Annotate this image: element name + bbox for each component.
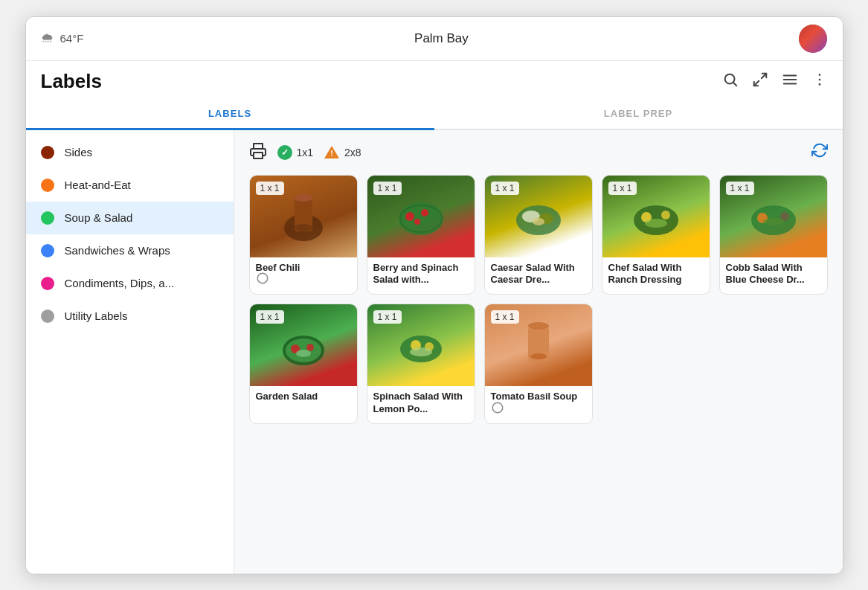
- dot-heat-and-eat: [41, 179, 54, 192]
- temperature-label: 64°F: [60, 32, 84, 45]
- sidebar-label-sandwiches: Sandwiches & Wraps: [65, 244, 170, 257]
- list-item[interactable]: 1 x 1 Cobb Salad With Blue Cheese Dr...: [719, 175, 828, 295]
- badge-2x8-label: 2x8: [344, 147, 361, 158]
- card-badge: 1 x 1: [373, 182, 402, 195]
- list-item[interactable]: 1 x 1 Garden Salad: [249, 304, 358, 424]
- list-item[interactable]: 1 x 1 Chef Salad With Ranch Dressing: [602, 175, 710, 295]
- card-badge: 1 x 1: [491, 182, 519, 195]
- svg-point-7: [818, 74, 820, 76]
- card-badge: 1 x 1: [256, 182, 284, 195]
- sidebar-item-heat-and-eat[interactable]: Heat-and-Eat: [26, 169, 234, 202]
- svg-point-42: [296, 350, 311, 357]
- card-label: Berry and Spinach Salad with...: [367, 257, 475, 289]
- list-item[interactable]: 1 x 1 Beef Chili: [249, 175, 358, 295]
- card-label: Caesar Salad With Caesar Dre...: [485, 257, 592, 289]
- svg-point-23: [421, 209, 428, 217]
- refresh-icon[interactable]: [811, 142, 828, 162]
- filter-bar: ✓ 1x1 ! 2x8: [249, 142, 828, 163]
- badge-1x1-label: 1x1: [297, 147, 314, 158]
- svg-point-41: [306, 344, 314, 351]
- sidebar-item-utility-labels[interactable]: Utility Labels: [26, 300, 234, 333]
- sidebar-item-condiments[interactable]: Condiments, Dips, a...: [26, 267, 234, 300]
- items-grid: 1 x 1 Beef Chili: [249, 175, 828, 425]
- dot-sandwiches: [41, 244, 54, 257]
- app-container: 🌧 64°F Palm Bay Labels: [25, 16, 843, 574]
- svg-point-49: [530, 353, 547, 359]
- svg-rect-10: [254, 153, 263, 158]
- sidebar-label-heat-and-eat: Heat-and-Eat: [65, 179, 131, 191]
- svg-point-8: [818, 78, 820, 80]
- svg-point-24: [414, 219, 420, 225]
- dot-soup-salad: [41, 211, 54, 225]
- tab-label-prep[interactable]: LABEL PREP: [434, 99, 843, 130]
- badge-1x1[interactable]: ✓ 1x1: [277, 145, 314, 160]
- card-badge: 1 x 1: [608, 182, 637, 195]
- top-bar: 🌧 64°F Palm Bay: [26, 17, 843, 61]
- svg-point-9: [818, 83, 820, 86]
- card-badge: 1 x 1: [256, 310, 284, 324]
- avatar[interactable]: [799, 25, 827, 53]
- card-badge: 1 x 1: [373, 310, 402, 324]
- weather-section: 🌧 64°F: [41, 31, 84, 46]
- dot-sides: [41, 146, 54, 159]
- card-label: Chef Salad With Ranch Dressing: [602, 257, 710, 289]
- sidebar-item-soup-salad[interactable]: Soup & Salad: [26, 202, 234, 234]
- svg-point-46: [410, 347, 432, 356]
- expand-icon[interactable]: [752, 71, 768, 92]
- menu-icon[interactable]: [256, 272, 269, 288]
- header-icons: [722, 71, 828, 92]
- sidebar-item-sides[interactable]: Sides: [26, 136, 234, 169]
- svg-point-29: [533, 218, 544, 225]
- svg-line-1: [733, 83, 736, 86]
- tab-labels[interactable]: LABELS: [26, 99, 434, 130]
- page-title: Labels: [41, 70, 102, 93]
- badge-2x8[interactable]: ! 2x8: [324, 145, 361, 159]
- card-badge: 1 x 1: [491, 310, 519, 324]
- tabs-row: LABELS LABEL PREP: [26, 99, 843, 130]
- check-icon: ✓: [277, 145, 292, 160]
- svg-point-16: [295, 224, 312, 231]
- list-item[interactable]: 1 x 1 Spinach Salad With Lemon Po...: [367, 304, 475, 424]
- list-item[interactable]: 1 x 1 Caesar Salad With Caesar Dre...: [484, 175, 593, 295]
- card-label: Garden Salad: [250, 386, 357, 405]
- sidebar-label-sides: Sides: [65, 146, 93, 158]
- list-icon[interactable]: [782, 71, 798, 92]
- sidebar-label-condiments: Condiments, Dips, a...: [65, 277, 175, 289]
- dot-utility-labels: [41, 310, 54, 323]
- search-icon[interactable]: [722, 71, 739, 92]
- svg-point-48: [528, 322, 549, 330]
- warn-icon: !: [324, 145, 340, 159]
- content-area: ✓ 1x1 ! 2x8: [234, 130, 843, 574]
- more-icon[interactable]: [811, 71, 828, 92]
- svg-point-22: [405, 212, 414, 221]
- menu-icon[interactable]: [491, 401, 504, 417]
- svg-point-37: [763, 218, 784, 225]
- svg-point-32: [661, 211, 670, 219]
- sidebar-label-utility-labels: Utility Labels: [65, 310, 128, 322]
- sidebar: Sides Heat-and-Eat Soup & Salad Sandwich…: [26, 130, 234, 574]
- svg-point-33: [645, 219, 667, 228]
- card-label: Spinach Salad With Lemon Po...: [367, 386, 475, 417]
- main-layout: Sides Heat-and-Eat Soup & Salad Sandwich…: [26, 130, 843, 574]
- list-item[interactable]: 1 x 1 Tomato Basil Soup: [484, 304, 593, 424]
- avatar-image: [799, 25, 827, 53]
- svg-text:!: !: [330, 149, 333, 158]
- svg-point-15: [295, 194, 312, 202]
- svg-point-21: [399, 202, 443, 235]
- dot-condiments: [41, 277, 54, 290]
- printer-icon[interactable]: [249, 142, 267, 163]
- header-row: Labels: [26, 61, 843, 99]
- weather-icon: 🌧: [41, 31, 54, 46]
- card-label: Cobb Salad With Blue Cheese Dr...: [720, 257, 827, 289]
- list-item[interactable]: 1 x 1 Berry and Spinach Salad with...: [367, 175, 475, 295]
- sidebar-label-soup-salad: Soup & Salad: [65, 211, 133, 224]
- location-label: Palm Bay: [414, 31, 469, 46]
- sidebar-item-sandwiches[interactable]: Sandwiches & Wraps: [26, 234, 234, 267]
- card-badge: 1 x 1: [726, 182, 754, 195]
